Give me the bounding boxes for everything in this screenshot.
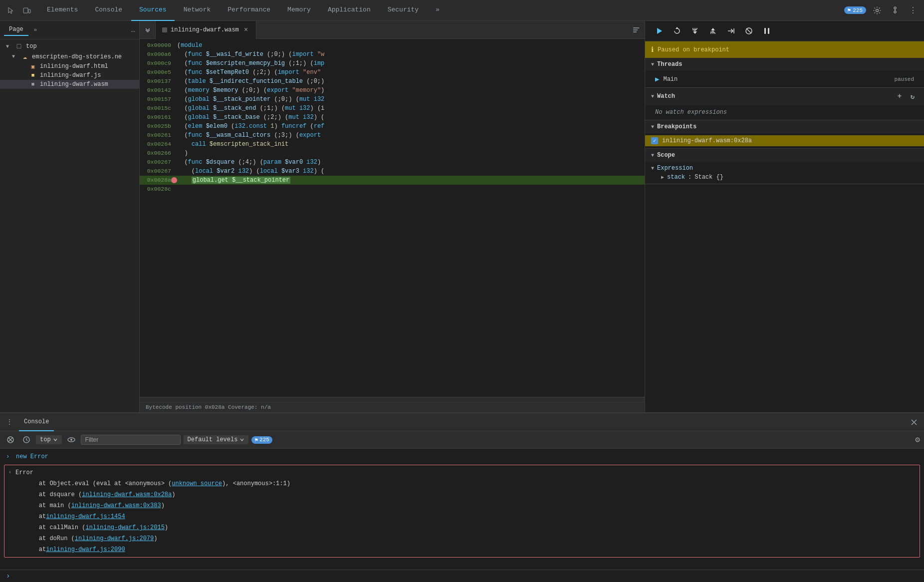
error-header-line: ‹ Error (8, 467, 916, 478)
watch-header[interactable]: ▼ Watch + ↻ (645, 88, 924, 105)
sidebar-expand-more[interactable]: » (30, 25, 40, 35)
console-output[interactable]: › new Error ‹ Error at Object.eval (eval… (0, 449, 924, 570)
expand-arrow-icon[interactable]: › (6, 452, 13, 462)
tab-close-button[interactable]: × (242, 26, 250, 34)
deactivate-breakpoints-button[interactable] (741, 24, 757, 38)
left-sidebar: Page » … ▼ □ top (0, 21, 140, 412)
console-filter-input[interactable] (81, 435, 181, 445)
file-tree: ▼ □ top ▼ ☁ emscripten-dbg-stories.ne (0, 39, 139, 412)
step-out-button[interactable] (705, 24, 721, 38)
console-tab[interactable]: Console (19, 413, 54, 431)
tree-label-html: inlining-dwarf.html (40, 63, 108, 70)
console-prompt-icon: › (6, 572, 10, 580)
tab-network[interactable]: Network (176, 0, 219, 21)
wasm-28a-link[interactable]: inlining-dwarf.wasm:0x28a (82, 490, 172, 500)
breakpoints-section: ▼ Breakpoints ✓ inlining-dwarf.wasm:0x28… (645, 120, 924, 149)
console-eye-button[interactable] (65, 433, 78, 446)
horizontal-scrollbar[interactable] (140, 397, 645, 402)
console-more-button[interactable]: ⋮ (6, 418, 13, 426)
js-2079-link[interactable]: inlining-dwarf.js:2079 (75, 534, 154, 544)
stack-line-7: at inlining-dwarf.js:2090 (8, 544, 916, 555)
more-actions-icon[interactable]: ⋮ (906, 3, 920, 17)
code-panel: inlining-dwarf.wasm × 0x00000 (140, 21, 645, 412)
tree-expand-top[interactable]: ▼ (6, 44, 12, 49)
js-1454-link[interactable]: inlining-dwarf.js:1454 (46, 512, 125, 522)
resume-button[interactable] (651, 24, 667, 38)
folder-icon-top: □ (15, 42, 23, 50)
nav-right: ⚑ 225 ⋮ (844, 3, 920, 17)
tab-application[interactable]: Application (320, 0, 379, 21)
tree-item-js[interactable]: ■ inlining-dwarf.js (0, 71, 139, 80)
svg-marker-9 (693, 31, 697, 34)
more-tabs[interactable]: » (428, 0, 448, 21)
js-2090-link[interactable]: inlining-dwarf.js:2090 (46, 545, 125, 555)
pause-exceptions-button[interactable] (759, 24, 775, 38)
code-line: 0x00266 ) (140, 149, 645, 158)
sidebar-dots[interactable]: … (131, 26, 135, 34)
settings-icon[interactable] (870, 3, 884, 17)
scope-header[interactable]: ▼ Scope (645, 149, 924, 162)
stack-chevron: ▶ (661, 174, 664, 180)
console-error-badge[interactable]: ⚑ 225 (251, 436, 272, 444)
console-close-button[interactable] (910, 418, 918, 426)
dock-icon[interactable] (888, 3, 902, 17)
scope-stack[interactable]: ▶ stack : Stack {} (651, 173, 918, 182)
js-2015-link[interactable]: inlining-dwarf.js:2015 (85, 523, 164, 533)
svg-point-2 (876, 9, 879, 11)
collapse-arrow-icon[interactable]: ‹ (8, 468, 15, 478)
console-context-selector[interactable]: top (36, 435, 62, 444)
code-format-button[interactable] (628, 25, 645, 34)
tree-item-top[interactable]: ▼ □ top (0, 41, 139, 51)
step-button[interactable] (723, 24, 739, 38)
scope-expression[interactable]: ▼ Expression (651, 164, 918, 173)
breakpoint-checkbox[interactable]: ✓ (651, 137, 658, 144)
breakpoints-header[interactable]: ▼ Breakpoints (645, 120, 924, 133)
threads-header[interactable]: ▼ Threads (645, 58, 924, 71)
wasm-383-link[interactable]: inlining-dwarf.wasm:0x383 (71, 501, 161, 511)
tab-elements[interactable]: Elements (39, 0, 86, 21)
step-over-button[interactable] (669, 24, 685, 38)
cursor-icon[interactable] (4, 3, 18, 17)
tree-expand-domain[interactable]: ▼ (12, 54, 18, 59)
console-settings-button[interactable]: ⚙ (915, 435, 920, 445)
console-input[interactable] (14, 573, 918, 580)
unknown-source-link[interactable]: unknown source (172, 479, 222, 489)
code-tab-bar: inlining-dwarf.wasm × (140, 21, 645, 39)
tab-memory[interactable]: Memory (279, 0, 319, 21)
code-tab-wasm[interactable]: inlining-dwarf.wasm × (156, 21, 256, 39)
tab-performance[interactable]: Performance (220, 0, 278, 21)
stack-value: Stack {} (694, 174, 723, 181)
watch-refresh-button[interactable]: ↻ (907, 91, 918, 102)
watch-add-button[interactable]: + (894, 91, 905, 102)
cloud-icon: ☁ (21, 52, 29, 61)
console-preserve-log-button[interactable] (20, 433, 33, 446)
tab-security[interactable]: Security (380, 0, 427, 21)
step-into-button[interactable] (687, 24, 703, 38)
scope-content: ▼ Expression ▶ stack : Stack {} (645, 162, 924, 184)
watch-section: ▼ Watch + ↻ No watch expressions (645, 88, 924, 120)
code-line: 0x00157 (global $__stack_pointer (;0;) (… (140, 95, 645, 104)
sidebar-tab-page[interactable]: Page (4, 24, 28, 36)
code-line: 0x000e5 (func $setTempRet0 (;2;) (import… (140, 68, 645, 77)
tree-item-wasm[interactable]: ■ inlining-dwarf.wasm (0, 80, 139, 89)
device-icon[interactable] (20, 3, 34, 17)
console-entry-new-error[interactable]: › new Error (0, 451, 924, 463)
breakpoint-item[interactable]: ✓ inlining-dwarf.wasm:0x28a (645, 135, 924, 146)
tree-item-domain[interactable]: ▼ ☁ emscripten-dbg-stories.ne (0, 51, 139, 62)
tab-console[interactable]: Console (87, 0, 130, 21)
code-content[interactable]: 0x00000 (module 0x000a6 (func $__wasi_fd… (140, 39, 645, 397)
thread-item-main[interactable]: ▶ Main paused (645, 73, 924, 85)
svg-point-17 (70, 439, 72, 441)
tree-label-js: inlining-dwarf.js (40, 72, 101, 79)
sidebar-header: Page » … (0, 21, 139, 39)
breakpoint-label: inlining-dwarf.wasm:0x28a (662, 137, 752, 144)
console-levels-dropdown[interactable]: Default levels (184, 435, 249, 444)
svg-marker-6 (657, 28, 662, 34)
watch-chevron: ▼ (651, 94, 654, 99)
tree-item-html[interactable]: ▣ inlining-dwarf.html (0, 62, 139, 71)
tab-sources[interactable]: Sources (131, 0, 175, 21)
code-back-button[interactable] (140, 21, 156, 39)
file-js-icon: ■ (29, 72, 37, 78)
error-badge[interactable]: ⚑ 225 (844, 6, 866, 14)
console-clear-button[interactable] (4, 433, 17, 446)
